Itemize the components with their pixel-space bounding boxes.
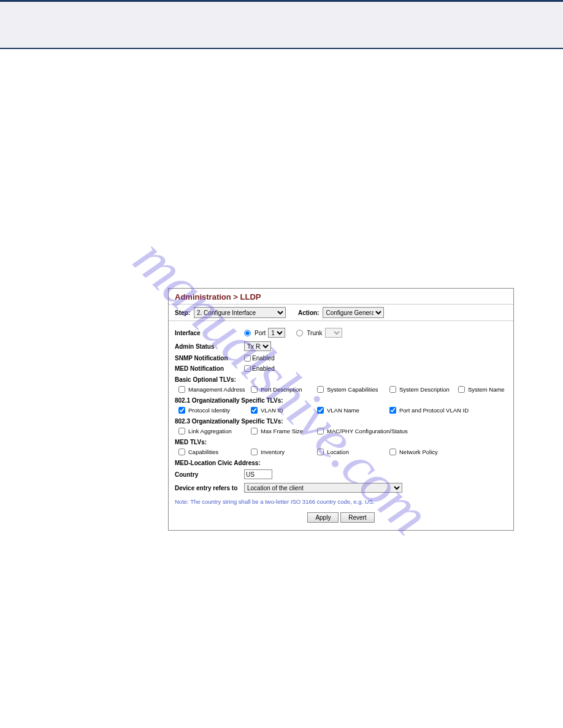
port-desc-cell: Port Description: [251, 386, 317, 393]
country-row: Country: [175, 468, 507, 481]
max-frame-label: Max Frame Size: [261, 428, 303, 434]
org8023-row: Link Aggregation Max Frame Size MAC/PHY …: [175, 426, 507, 436]
loc-label: Location: [327, 449, 349, 455]
port-desc-checkbox[interactable]: [251, 386, 258, 393]
step-action-row: Step: 2. Configure Interface Action: Con…: [169, 305, 513, 321]
org8021-heading: 802.1 Organizationally Specific TLVs:: [175, 395, 507, 405]
cap-cell: Capabilities: [178, 449, 251, 455]
vlan-id-checkbox[interactable]: [251, 407, 258, 414]
revert-button[interactable]: Revert: [340, 512, 374, 523]
vlan-name-cell: VLAN Name: [317, 407, 389, 414]
interface-port-cluster: Port 1: [244, 328, 285, 338]
max-frame-checkbox[interactable]: [251, 428, 258, 434]
admin-status-row: Admin Status Tx Rx: [175, 339, 507, 353]
mac-phy-cell: MAC/PHY Configuration/Status: [317, 428, 408, 434]
lldp-config-panel: Administration > LLDP Step: 2. Configure…: [168, 288, 514, 531]
med-loc-heading: MED-Location Civic Address:: [175, 457, 507, 468]
port-proto-vlan-label: Port and Protocol VLAN ID: [399, 407, 469, 414]
sys-desc-cell: System Description: [389, 386, 458, 393]
snmp-checkbox[interactable]: [244, 355, 251, 362]
action-select[interactable]: Configure General: [323, 307, 384, 318]
panel-body: Interface Port 1 Trunk: [169, 321, 513, 530]
net-pol-cell: Network Policy: [389, 449, 438, 455]
port-proto-vlan-checkbox[interactable]: [389, 407, 396, 414]
breadcrumb-title: Administration > LLDP: [175, 292, 261, 301]
page-header-band: [0, 0, 563, 49]
inv-cell: Inventory: [251, 449, 317, 455]
mac-phy-label: MAC/PHY Configuration/Status: [327, 428, 408, 434]
action-label: Action:: [298, 309, 319, 316]
device-entry-row: Device entry refers to Location of the c…: [175, 481, 507, 495]
med-notif-row: MED Notification Enabled: [175, 363, 507, 374]
inv-checkbox[interactable]: [251, 449, 258, 455]
interface-row: Interface Port 1 Trunk: [175, 326, 507, 339]
mgmt-addr-label: Management Address: [188, 386, 245, 393]
snmp-row: SNMP Notification Enabled: [175, 353, 507, 363]
inv-label: Inventory: [261, 449, 285, 455]
vlan-id-label: VLAN ID: [261, 407, 283, 414]
loc-cell: Location: [317, 449, 389, 455]
port-radio[interactable]: [244, 330, 251, 336]
mgmt-addr-checkbox[interactable]: [178, 386, 185, 393]
med-notif-label: MED Notification: [175, 365, 244, 372]
trunk-select: [325, 328, 342, 338]
country-input[interactable]: [244, 469, 272, 479]
cap-label: Capabilities: [188, 449, 218, 455]
port-select[interactable]: 1: [268, 328, 285, 338]
admin-status-select[interactable]: Tx Rx: [244, 341, 271, 351]
trunk-radio[interactable]: [296, 330, 303, 336]
med-tlv-row: Capabilities Inventory Location Network …: [175, 447, 507, 457]
link-agg-label: Link Aggregation: [188, 428, 232, 434]
basic-tlv-heading: Basic Optional TLVs:: [175, 374, 507, 384]
vlan-name-label: VLAN Name: [327, 407, 359, 414]
admin-status-label: Admin Status: [175, 343, 244, 350]
country-label: Country: [175, 471, 244, 478]
panel-header: Administration > LLDP: [169, 289, 513, 305]
med-notif-checkbox[interactable]: [244, 365, 251, 372]
sys-cap-cell: System Capabilities: [317, 386, 389, 393]
country-note: Note: The country string shall be a two-…: [175, 495, 507, 509]
button-row: Apply Revert: [175, 509, 507, 524]
vlan-name-checkbox[interactable]: [317, 407, 324, 414]
sys-cap-checkbox[interactable]: [317, 386, 324, 393]
interface-trunk-cluster: Trunk: [296, 328, 342, 338]
port-label: Port: [255, 330, 266, 336]
link-agg-cell: Link Aggregation: [178, 428, 251, 434]
sys-name-cell: System Name: [458, 386, 505, 393]
device-entry-select[interactable]: Location of the client: [244, 483, 402, 493]
basic-tlv-row: Management Address Port Description Syst…: [175, 384, 507, 395]
net-pol-checkbox[interactable]: [389, 449, 396, 455]
org8021-row: Protocol Identity VLAN ID VLAN Name Port…: [175, 405, 507, 415]
cap-checkbox[interactable]: [178, 449, 185, 455]
sys-name-label: System Name: [468, 386, 505, 393]
port-proto-vlan-cell: Port and Protocol VLAN ID: [389, 407, 469, 414]
step-label: Step:: [175, 309, 190, 316]
apply-button[interactable]: Apply: [307, 512, 339, 523]
org8023-heading: 802.3 Organizationally Specific TLVs:: [175, 415, 507, 426]
net-pol-label: Network Policy: [399, 449, 438, 455]
sys-name-checkbox[interactable]: [458, 386, 465, 393]
step-select[interactable]: 2. Configure Interface: [194, 307, 286, 318]
page-body: manualshive.com Administration > LLDP St…: [0, 49, 563, 723]
link-agg-checkbox[interactable]: [178, 428, 185, 434]
vlan-id-cell: VLAN ID: [251, 407, 317, 414]
max-frame-cell: Max Frame Size: [251, 428, 317, 434]
proto-id-cell: Protocol Identity: [178, 407, 251, 414]
loc-checkbox[interactable]: [317, 449, 324, 455]
sys-desc-checkbox[interactable]: [389, 386, 396, 393]
proto-id-checkbox[interactable]: [178, 407, 185, 414]
mac-phy-checkbox[interactable]: [317, 428, 324, 434]
med-enabled-text: Enabled: [252, 365, 275, 372]
snmp-label: SNMP Notification: [175, 355, 244, 362]
med-tlv-heading: MED TLVs:: [175, 436, 507, 447]
interface-label: Interface: [175, 330, 244, 336]
proto-id-label: Protocol Identity: [188, 407, 230, 414]
snmp-enabled-text: Enabled: [252, 355, 275, 362]
device-entry-label: Device entry refers to: [175, 485, 244, 491]
mgmt-addr-cell: Management Address: [178, 386, 251, 393]
port-desc-label: Port Description: [261, 386, 302, 393]
sys-desc-label: System Description: [399, 386, 450, 393]
trunk-label: Trunk: [307, 330, 322, 336]
sys-cap-label: System Capabilities: [327, 386, 378, 393]
